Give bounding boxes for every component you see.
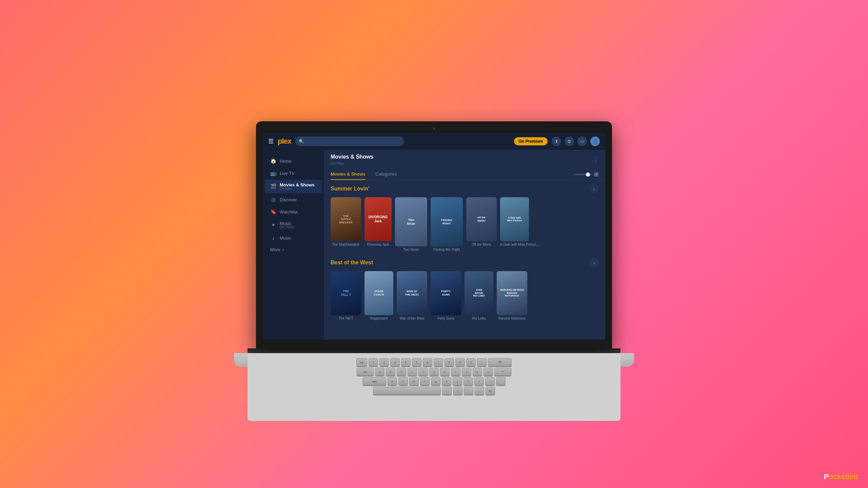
key-a[interactable]: a: [388, 377, 397, 385]
go-premium-button[interactable]: Go Premium: [514, 137, 548, 145]
tab-categories[interactable]: Categories: [376, 169, 397, 180]
key-arrow-right[interactable]: →: [475, 387, 484, 395]
poster-label-matchbreaker: THEMATCHBREAKER: [339, 215, 353, 224]
key-i[interactable]: i: [451, 368, 460, 376]
key-s[interactable]: s: [398, 377, 408, 385]
movie-grid-summer: THEMATCHBREAKER The Matchbreaker DIVORCI…: [331, 197, 598, 251]
key-r[interactable]: r: [408, 368, 417, 376]
key-space[interactable]: [373, 387, 441, 395]
key-7[interactable]: 7: [434, 358, 443, 366]
sidebar-tidal-text: Music On TIDAL: [280, 221, 295, 229]
key-g[interactable]: g: [431, 377, 440, 385]
cast-icon[interactable]: ⬆: [552, 137, 561, 146]
sidebar-item-livetv[interactable]: 📺 Live TV: [265, 167, 322, 179]
keyboard-area: esc 1 2 3 4 5 6 7 8 9 0 - ⌫ tab q: [248, 353, 620, 421]
avatar[interactable]: 👤: [590, 137, 600, 146]
movie-title-rio-lobo: Rio Lobo: [465, 317, 493, 320]
poster-image-date-fortune: A Date withMiss Fortune: [500, 197, 529, 241]
key-6[interactable]: 6: [423, 358, 432, 366]
key-backspace[interactable]: ⌫: [488, 358, 512, 366]
poster-image-man-west: MAN OFTHE WEST: [397, 271, 427, 315]
sidebar-item-discover[interactable]: ◎ Discover: [265, 194, 322, 205]
key-3[interactable]: 3: [390, 358, 400, 366]
key-2[interactable]: 2: [379, 358, 389, 366]
sidebar-item-watchlist[interactable]: 🔖 Watchlist: [265, 206, 322, 218]
key-enter-top[interactable]: ↵: [494, 368, 511, 376]
movie-card-man-west[interactable]: MAN OFTHE WEST Man of the West: [397, 271, 427, 320]
poster-label-divorcing-jack: DIVORCINGJack: [369, 215, 388, 223]
movie-card-forty-guns[interactable]: FORTYGUNS Forty Guns: [431, 271, 461, 320]
poster-label-man-west: MAN OFTHE WEST: [405, 290, 419, 296]
sidebar-item-movies[interactable]: 🎬 Movies & Shows On Plex: [265, 180, 322, 193]
key-8[interactable]: 8: [445, 358, 454, 366]
key-arrow-down[interactable]: ↓: [464, 387, 473, 395]
key-y[interactable]: y: [429, 368, 439, 376]
key-bracket[interactable]: [: [484, 368, 493, 376]
section-arrow-summer[interactable]: ›: [590, 184, 598, 193]
poster-image-tall-t: THETALL T: [331, 271, 361, 315]
laptop-container: ☰ plex 🔍 Go Premium ⬆ ⚙ ▭ 👤: [248, 121, 620, 367]
key-e[interactable]: e: [397, 368, 406, 376]
movie-card-off-menu[interactable]: off theMENU Off the Menu: [466, 197, 497, 251]
poster-image-rio-lobo: JOHNWAYNERIO LOBO: [465, 271, 493, 315]
key-o[interactable]: o: [462, 368, 471, 376]
tab-movies-shows[interactable]: Movies & Shows: [331, 169, 366, 180]
key-arrow-left[interactable]: ←: [442, 387, 452, 395]
sidebar-item-music-tidal[interactable]: ✦ Music On TIDAL: [265, 218, 322, 232]
key-0[interactable]: 0: [466, 358, 476, 366]
poster-label-forty-guns: FORTYGUNS: [441, 290, 450, 296]
key-arrow-up[interactable]: ↑: [453, 387, 462, 395]
key-l[interactable]: l: [474, 377, 484, 385]
settings-icon[interactable]: ⚙: [565, 137, 574, 146]
key-k[interactable]: k: [463, 377, 473, 385]
movie-card-rio-lobo[interactable]: JOHNWAYNERIO LOBO Rio Lobo: [465, 271, 493, 320]
sidebar-movies-text: Movies & Shows On Plex: [280, 182, 315, 190]
movie-card-stagecoach[interactable]: STAGECOACH Stagecoach: [364, 271, 393, 320]
key-semicolon[interactable]: ;: [485, 377, 495, 385]
key-quote[interactable]: ': [496, 377, 506, 385]
laptop-hinge: [248, 348, 620, 353]
key-u[interactable]: u: [440, 368, 450, 376]
key-w[interactable]: w: [386, 368, 395, 376]
poster-image-stagecoach: STAGECOACH: [364, 271, 393, 315]
key-9[interactable]: 9: [455, 358, 465, 366]
key-1[interactable]: 1: [369, 358, 378, 366]
more-options-icon[interactable]: ⋮: [592, 156, 598, 164]
hamburger-icon[interactable]: ☰: [268, 138, 274, 145]
key-tab[interactable]: tab: [357, 368, 374, 376]
key-d[interactable]: d: [409, 377, 419, 385]
section-arrow-west[interactable]: ›: [590, 258, 598, 267]
poster-image-matchbreaker: THEMATCHBREAKER: [331, 197, 361, 241]
sidebar-item-home[interactable]: 🏠 Home: [265, 155, 322, 167]
key-f[interactable]: f: [420, 377, 430, 385]
movie-card-two-ninas[interactable]: TwoNinas Two Ninas: [395, 197, 427, 251]
key-5[interactable]: 5: [412, 358, 421, 366]
key-minus[interactable]: -: [477, 358, 487, 366]
key-h[interactable]: h: [442, 377, 451, 385]
movie-card-rancho[interactable]: MARLENE DIETRICHRANCHONOTORIOUS Rancho N…: [497, 271, 527, 320]
poster-image-forty-guns: FORTYGUNS: [431, 271, 461, 315]
screen-icon[interactable]: ▭: [577, 137, 587, 146]
movie-card-date-fortune[interactable]: A Date withMiss Fortune A Date with Miss…: [500, 197, 539, 251]
movie-card-matchbreaker[interactable]: THEMATCHBREAKER The Matchbreaker: [331, 197, 361, 251]
key-p[interactable]: p: [473, 368, 482, 376]
poster-label-rancho: MARLENE DIETRICHRANCHONOTORIOUS: [500, 289, 524, 297]
key-caps[interactable]: caps: [362, 377, 386, 385]
key-q[interactable]: q: [375, 368, 384, 376]
view-size-slider[interactable]: [574, 174, 591, 175]
sidebar-item-music[interactable]: ♪ Music: [265, 232, 322, 244]
key-t[interactable]: t: [418, 368, 428, 376]
movie-card-divorcing-jack[interactable]: DIVORCINGJack Divorcing Jack: [364, 197, 392, 251]
more-button[interactable]: More ›: [263, 244, 324, 255]
movie-card-finding-ms-right[interactable]: FINDINGRIGHT Finding Ms. Right: [431, 197, 463, 251]
movies-icon: 🎬: [270, 183, 276, 189]
search-bar[interactable]: 🔍: [295, 137, 404, 146]
key-j[interactable]: j: [453, 377, 462, 385]
key-4[interactable]: 4: [401, 358, 411, 366]
grid-view-icon[interactable]: ⊞: [594, 171, 598, 178]
home-icon: 🏠: [270, 158, 276, 164]
poster-matchbreaker: THEMATCHBREAKER: [331, 197, 361, 241]
key-esc[interactable]: esc: [356, 358, 367, 366]
movie-card-tall-t[interactable]: THETALL T The Tall T: [331, 271, 361, 320]
key-insert[interactable]: ins: [486, 387, 495, 395]
